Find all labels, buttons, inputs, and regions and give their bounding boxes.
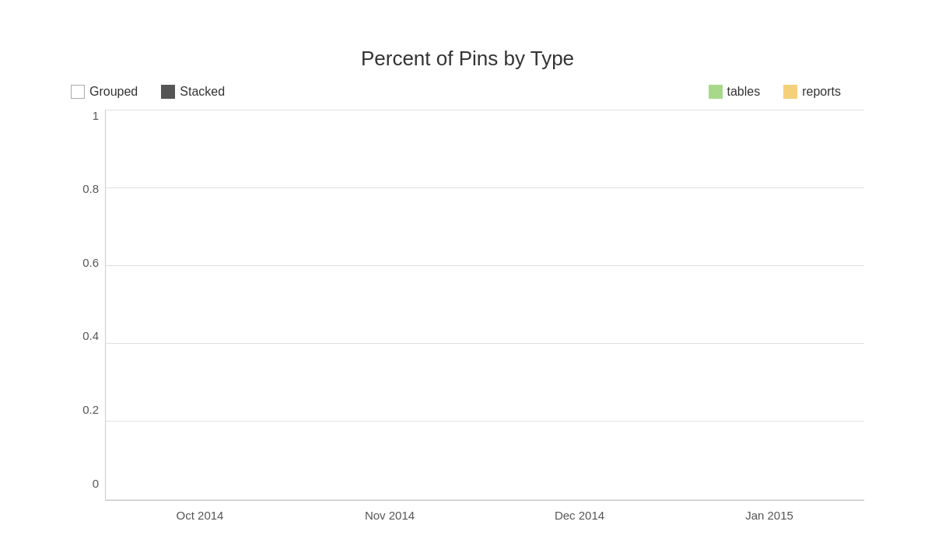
grid-line [106, 265, 864, 266]
x-axis-label: Jan 2015 [674, 501, 864, 522]
x-axis: Oct 2014Nov 2014Dec 2014Jan 2015 [105, 500, 864, 522]
bars-area [105, 110, 864, 500]
y-axis-label: 0.4 [82, 330, 99, 341]
bars-and-xaxis: Oct 2014Nov 2014Dec 2014Jan 2015 [105, 110, 864, 522]
y-axis-label: 0.2 [82, 404, 99, 415]
y-axis-label: 0.8 [82, 183, 99, 194]
y-axis: 00.20.40.60.81 [71, 110, 105, 522]
grid-line [106, 499, 864, 500]
grid-line [106, 110, 864, 110]
grid-lines [106, 110, 864, 500]
grid-line [106, 421, 864, 422]
chart-area: 00.20.40.60.81 Oct 2014Nov 2014Dec 2014J… [71, 110, 864, 522]
chart-title: Percent of Pins by Type [71, 47, 864, 71]
y-axis-label: 0.6 [82, 257, 99, 268]
x-axis-label: Oct 2014 [105, 501, 295, 522]
x-axis-label: Nov 2014 [295, 501, 485, 522]
legend: GroupedStackedtablesreports [71, 85, 864, 99]
x-axis-label: Dec 2014 [485, 501, 674, 522]
legend-item-tables: tables [709, 85, 761, 99]
chart-container: Percent of Pins by Type GroupedStackedta… [40, 23, 895, 537]
legend-item-reports: reports [783, 85, 841, 99]
y-axis-label: 1 [93, 110, 99, 121]
grid-line [106, 187, 864, 188]
legend-item-grouped: Grouped [71, 85, 138, 99]
y-axis-label: 0 [93, 478, 99, 489]
grid-line [106, 343, 864, 344]
legend-item-stacked: Stacked [161, 85, 225, 99]
